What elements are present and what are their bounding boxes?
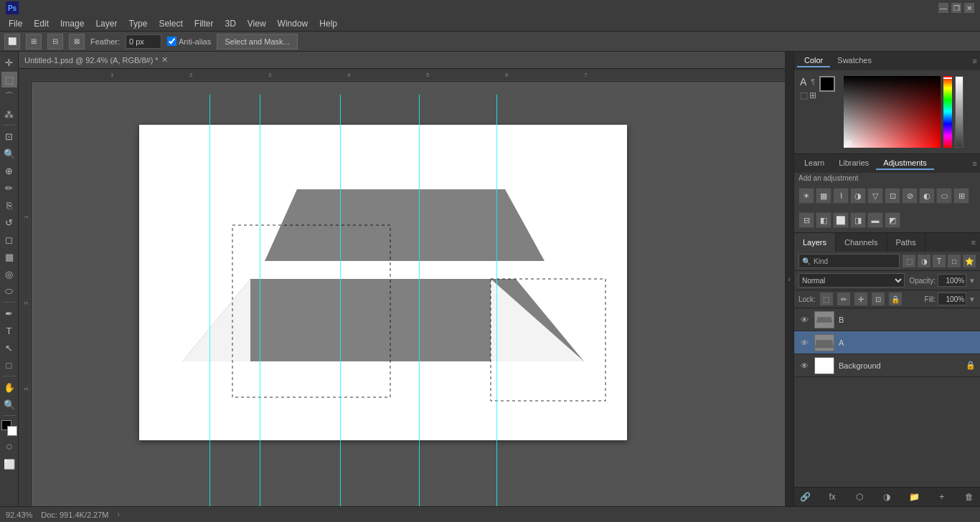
close-document-icon[interactable]: ✕ — [161, 55, 168, 65]
blur-tool[interactable]: ◎ — [1, 266, 17, 282]
filter-pixel-icon[interactable]: ⬚ — [903, 255, 915, 267]
channel-tool-icon[interactable]: ⊞ — [809, 90, 816, 100]
path-select-tool[interactable]: ↖ — [1, 340, 17, 356]
opacity-dropdown-icon[interactable]: ▼ — [969, 277, 976, 285]
history-brush-tool[interactable]: ↺ — [1, 214, 17, 230]
adj-panel-menu[interactable]: ≡ — [973, 159, 977, 168]
lock-move-icon[interactable]: ✛ — [854, 293, 867, 305]
status-expand-icon[interactable]: › — [117, 511, 119, 518]
link-layers-icon[interactable]: 🔗 — [798, 490, 811, 503]
layer-item-background[interactable]: 👁 Background 🔒 — [794, 354, 980, 377]
curves-adj[interactable]: ⌇ — [833, 188, 849, 204]
selection-tool[interactable]: ⬚ — [1, 72, 17, 87]
panel-collapse-handle[interactable]: › — [785, 52, 793, 506]
antialias-check[interactable]: Anti-alias — [167, 37, 211, 46]
layer-bg-visibility[interactable]: 👁 — [798, 360, 810, 371]
pen-tool[interactable]: ✒ — [1, 305, 17, 321]
layer-filter[interactable]: 🔍 Kind — [798, 254, 900, 268]
tab-libraries[interactable]: Libraries — [831, 157, 876, 170]
layer-item-a[interactable]: 👁 A — [794, 331, 980, 354]
lasso-tool[interactable]: ⌒ — [1, 89, 17, 105]
tab-paths[interactable]: Paths — [887, 233, 925, 252]
selectivecolor-adj[interactable]: ◩ — [885, 212, 900, 228]
guide-vertical-1[interactable] — [209, 95, 210, 506]
filter-adj-icon[interactable]: ◑ — [918, 255, 930, 267]
layer-tool-icon[interactable]: ⬚ — [800, 90, 808, 100]
subtract-selection-icon[interactable]: ⊟ — [47, 34, 63, 49]
fill-dropdown-icon[interactable]: ▼ — [969, 295, 976, 303]
tab-color[interactable]: Color — [797, 54, 830, 67]
new-group-icon[interactable]: 📁 — [908, 490, 921, 503]
menu-layer[interactable]: Layer — [90, 17, 123, 30]
menu-filter[interactable]: Filter — [189, 17, 220, 30]
vibrance-adj[interactable]: ▽ — [867, 188, 883, 204]
new-adjustment-icon[interactable]: ◑ — [880, 490, 893, 503]
filter-type-icon[interactable]: T — [933, 255, 946, 267]
blend-mode-select[interactable]: Normal Multiply Screen Overlay — [798, 273, 905, 288]
lock-artboard-icon[interactable]: ⊡ — [872, 293, 885, 305]
gradient-tool[interactable]: ▦ — [1, 249, 17, 265]
opacity-input[interactable] — [938, 274, 966, 287]
invert-adj[interactable]: ◧ — [816, 212, 831, 228]
hand-tool[interactable]: ✋ — [1, 379, 17, 395]
new-layer-icon[interactable]: + — [936, 490, 948, 503]
guide-vertical-2[interactable] — [260, 95, 260, 506]
add-to-selection-icon[interactable]: ⊞ — [26, 34, 42, 49]
layer-b-visibility[interactable]: 👁 — [798, 314, 810, 326]
menu-help[interactable]: Help — [314, 17, 343, 30]
canvas-workspace[interactable]: 1 2 3 4 5 6 7 1 2 3 — [19, 69, 785, 506]
lock-pixel-icon[interactable]: ⬚ — [820, 293, 833, 305]
canvas-scroll[interactable] — [32, 82, 785, 506]
add-style-icon[interactable]: fx — [826, 490, 839, 503]
gradient-map-adj[interactable]: ▬ — [867, 212, 883, 228]
layers-panel-menu[interactable]: ≡ — [967, 238, 980, 247]
tab-swatches[interactable]: Swatches — [830, 54, 879, 67]
document-tab[interactable]: Untitled-1.psd @ 92.4% (A, RGB/8#) * ✕ — [24, 55, 168, 65]
screen-mode-tool[interactable]: ⬜ — [1, 456, 17, 472]
tab-learn[interactable]: Learn — [797, 157, 831, 170]
quick-mask-tool[interactable]: ⬡ — [1, 439, 17, 455]
dodge-tool[interactable]: ⬭ — [1, 283, 17, 299]
bw-adj[interactable]: ◐ — [919, 188, 935, 204]
layer-a-visibility[interactable]: 👁 — [798, 337, 810, 348]
color-panel-menu[interactable]: ≡ — [973, 57, 977, 65]
paragraph-icon[interactable]: ¶ — [811, 77, 815, 86]
brightness-adj[interactable]: ☀ — [798, 188, 814, 204]
menu-edit[interactable]: Edit — [28, 17, 55, 30]
colorlookup-adj[interactable]: ⊟ — [798, 212, 814, 228]
new-selection-icon[interactable]: ⬜ — [4, 34, 20, 49]
add-mask-icon[interactable]: ⬡ — [853, 490, 866, 503]
stamp-tool[interactable]: ⎘ — [1, 197, 17, 213]
intersect-selection-icon[interactable]: ⊠ — [69, 34, 85, 49]
hue-strip[interactable] — [943, 76, 952, 148]
exposure-adj[interactable]: ◑ — [850, 188, 866, 204]
color-gradient[interactable] — [844, 76, 941, 148]
eraser-tool[interactable]: ◻ — [1, 232, 17, 247]
guide-vertical-5[interactable] — [496, 95, 497, 506]
colorbal-adj[interactable]: ⊘ — [902, 188, 918, 204]
tab-adjustments[interactable]: Adjustments — [876, 157, 934, 170]
close-button[interactable]: ✕ — [964, 3, 974, 13]
zoom-tool[interactable]: 🔍 — [1, 397, 17, 412]
layer-item-b[interactable]: 👁 B — [794, 308, 980, 331]
guide-vertical-3[interactable] — [340, 95, 341, 506]
alpha-strip[interactable] — [955, 76, 963, 148]
minimize-button[interactable]: — — [938, 3, 948, 13]
channelmixer-adj[interactable]: ⊞ — [953, 188, 969, 204]
menu-image[interactable]: Image — [55, 17, 90, 30]
menu-window[interactable]: Window — [272, 17, 314, 30]
eyedropper-tool[interactable]: 🔍 — [1, 146, 17, 161]
menu-file[interactable]: File — [3, 17, 28, 30]
menu-view[interactable]: View — [242, 17, 272, 30]
type-color-icon[interactable]: A — [800, 76, 806, 87]
menu-3d[interactable]: 3D — [219, 17, 241, 30]
posterize-adj[interactable]: ⬜ — [833, 212, 849, 228]
delete-layer-icon[interactable]: 🗑 — [963, 490, 976, 503]
guide-vertical-4[interactable] — [419, 95, 420, 506]
menu-type[interactable]: Type — [123, 17, 153, 30]
levels-adj[interactable]: ▦ — [816, 188, 831, 204]
threshold-adj[interactable]: ◨ — [850, 212, 866, 228]
color-gradient-container[interactable] — [844, 76, 941, 148]
filter-smart-icon[interactable]: ⭐ — [963, 255, 976, 267]
antialias-checkbox[interactable] — [167, 37, 176, 46]
